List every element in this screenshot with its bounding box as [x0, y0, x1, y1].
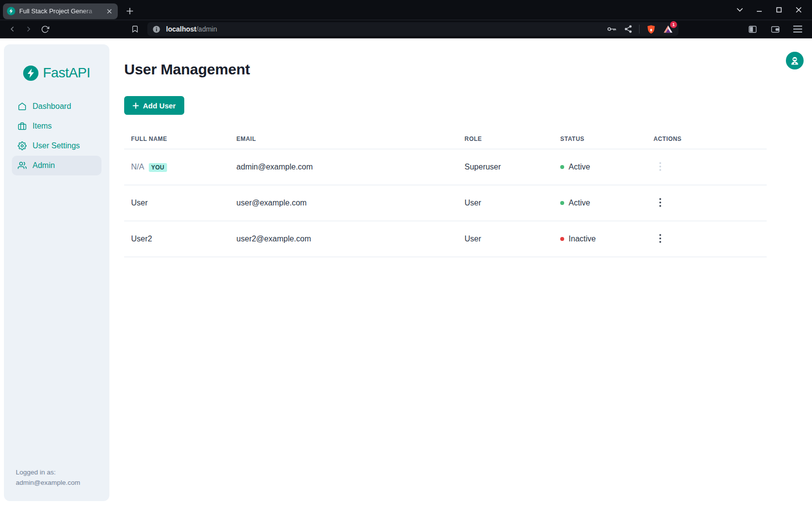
sidebar-item-dashboard[interactable]: Dashboard — [12, 97, 102, 116]
fastapi-favicon-icon — [7, 7, 15, 15]
main-panel: User Management Add User FULL NAME EMAIL… — [124, 38, 767, 257]
browser-tab[interactable]: Full Stack Project Genera — [3, 3, 118, 19]
status-dot — [560, 237, 564, 241]
brave-shield-icon[interactable] — [646, 24, 656, 34]
status-text: Active — [569, 163, 590, 171]
status-dot — [560, 165, 564, 169]
logged-in-label: Logged in as: — [16, 467, 80, 478]
address-bar[interactable]: localhost/admin 1 — [147, 22, 678, 36]
user-full-name: User2 — [131, 235, 152, 243]
url-text: localhost/admin — [166, 25, 217, 33]
sidebar-item-user-settings[interactable]: User Settings — [12, 136, 102, 156]
forward-button[interactable] — [22, 23, 35, 35]
sidebar-item-label: Items — [33, 122, 52, 131]
user-email: user@example.com — [230, 185, 458, 221]
bookmark-icon[interactable] — [129, 23, 141, 35]
fastapi-logo: FastAPI — [4, 44, 109, 81]
user-full-name: N/A — [131, 163, 144, 171]
logged-in-as: Logged in as: admin@example.com — [16, 467, 80, 488]
briefcase-icon — [18, 122, 27, 131]
logged-in-email: admin@example.com — [16, 477, 80, 488]
col-header-full-name: FULL NAME — [124, 129, 230, 149]
url-host: localhost — [166, 25, 196, 33]
plus-icon — [133, 102, 139, 109]
col-header-role: ROLE — [458, 129, 553, 149]
tab-title: Full Stack Project Genera — [19, 7, 101, 15]
fastapi-bolt-icon — [23, 66, 38, 81]
back-button[interactable] — [6, 23, 19, 35]
table-row: User user@example.com User Active — [124, 185, 767, 221]
new-tab-button[interactable] — [123, 4, 136, 18]
add-user-label: Add User — [143, 101, 176, 110]
reload-button[interactable] — [38, 23, 51, 35]
user-full-name: User — [131, 199, 148, 207]
wallet-icon[interactable] — [769, 23, 781, 35]
user-role: Superuser — [458, 149, 553, 185]
row-actions-menu-button[interactable] — [655, 232, 665, 246]
kebab-menu-icon — [659, 162, 661, 171]
sidebar-item-items[interactable]: Items — [12, 116, 102, 136]
sidebar-item-label: Dashboard — [33, 102, 71, 111]
url-path: /admin — [196, 25, 217, 33]
browser-titlebar: Full Stack Project Genera — [0, 0, 812, 20]
table-row: N/AYOU admin@example.com Superuser Activ… — [124, 149, 767, 185]
page-content: FastAPI Dashboard Items User Set — [0, 38, 812, 505]
status-text: Inactive — [569, 235, 596, 243]
col-header-email: EMAIL — [230, 129, 458, 149]
sidebar-item-admin[interactable]: Admin — [12, 156, 102, 175]
page-title: User Management — [124, 61, 767, 78]
col-header-status: STATUS — [553, 129, 646, 149]
user-role: User — [458, 185, 553, 221]
sidebar-toggle-icon[interactable] — [746, 23, 759, 35]
brave-rewards-icon[interactable]: 1 — [663, 24, 674, 34]
menu-hamburger-icon[interactable] — [791, 23, 804, 35]
kebab-menu-icon — [659, 234, 661, 243]
add-user-button[interactable]: Add User — [124, 96, 184, 115]
you-badge: YOU — [149, 163, 167, 172]
col-header-actions: ACTIONS — [646, 129, 767, 149]
user-email: user2@example.com — [230, 221, 458, 257]
site-info-icon[interactable] — [152, 25, 161, 34]
plus-icon — [127, 8, 133, 14]
rewards-badge: 1 — [670, 21, 677, 28]
window-close-button[interactable] — [792, 3, 805, 16]
user-astronaut-icon — [789, 55, 800, 66]
user-email: admin@example.com — [230, 149, 458, 185]
sidebar-item-label: User Settings — [33, 141, 80, 150]
home-icon — [18, 102, 27, 111]
logo-text: FastAPI — [43, 65, 90, 81]
user-menu-button[interactable] — [786, 52, 804, 69]
table-row: User2 user2@example.com User Inactive — [124, 221, 767, 257]
status-dot — [560, 201, 564, 205]
sidebar-nav: Dashboard Items User Settings — [4, 97, 109, 175]
users-icon — [18, 161, 27, 170]
tab-close-icon[interactable] — [105, 7, 114, 16]
row-actions-menu-button[interactable] — [655, 196, 665, 210]
user-role: User — [458, 221, 553, 257]
users-table: FULL NAME EMAIL ROLE STATUS ACTIONS N/AY… — [124, 129, 767, 257]
divider — [639, 25, 640, 34]
tab-search-chevron-icon[interactable] — [733, 3, 746, 16]
sidebar-item-label: Admin — [33, 161, 55, 170]
share-icon[interactable] — [624, 25, 633, 34]
gear-icon — [18, 141, 27, 150]
window-minimize-button[interactable] — [753, 3, 766, 16]
kebab-menu-icon — [659, 198, 661, 207]
browser-toolbar: localhost/admin 1 — [0, 20, 812, 38]
row-actions-menu-button — [655, 160, 665, 174]
password-key-icon[interactable] — [607, 24, 617, 34]
sidebar: FastAPI Dashboard Items User Set — [4, 44, 109, 501]
status-text: Active — [569, 199, 590, 207]
window-maximize-button[interactable] — [773, 3, 785, 16]
